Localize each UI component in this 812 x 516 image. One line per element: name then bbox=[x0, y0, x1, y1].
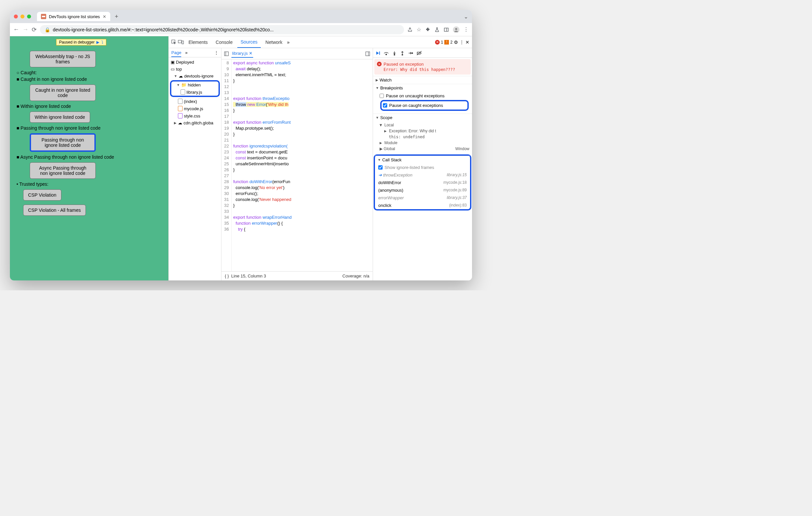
tab-dropdown-icon[interactable]: ⌄ bbox=[464, 13, 468, 20]
window-maximize-icon[interactable] bbox=[27, 14, 31, 19]
deactivate-bp-button[interactable] bbox=[416, 50, 422, 55]
tab-sources[interactable]: Sources bbox=[237, 37, 261, 48]
tree-origin[interactable]: ▼☁devtools-ignore bbox=[169, 72, 221, 80]
pause-caught-checkbox[interactable] bbox=[383, 103, 387, 108]
pause-caught-row[interactable]: Pause on caught exceptions bbox=[383, 102, 466, 109]
tab-elements[interactable]: Elements bbox=[185, 37, 211, 48]
page-subtab[interactable]: Page bbox=[171, 50, 181, 57]
tab-close-icon[interactable]: ✕ bbox=[103, 14, 106, 19]
tree-cdn[interactable]: ▶☁cdn.glitch.globa bbox=[169, 119, 221, 126]
svg-rect-13 bbox=[379, 52, 380, 55]
more-subtabs-icon[interactable]: » bbox=[185, 50, 187, 55]
breakpoints-section[interactable]: ▼Breakpoints bbox=[373, 84, 472, 92]
callstack-frame[interactable]: errorWrapperlibrary.js:37 bbox=[375, 194, 470, 202]
warning-count[interactable]: !2 bbox=[444, 40, 453, 44]
scope-section[interactable]: ▼Scope bbox=[373, 114, 472, 121]
svg-rect-9 bbox=[225, 52, 228, 56]
format-icon[interactable]: { } bbox=[225, 274, 229, 278]
scope-this: this: undefined bbox=[380, 134, 469, 140]
step-icon[interactable]: ⤵ bbox=[102, 40, 103, 44]
callstack-section[interactable]: ▼Call Stack bbox=[375, 156, 470, 164]
debugger-toggle-icon[interactable] bbox=[366, 51, 370, 56]
cloud-icon: ☁ bbox=[178, 120, 182, 125]
show-ignored-row[interactable]: Show ignore-listed frames bbox=[375, 164, 470, 171]
paused-label: Paused in debugger bbox=[59, 40, 94, 44]
pause-uncaught-checkbox[interactable] bbox=[380, 94, 384, 98]
panel-icon[interactable] bbox=[444, 27, 449, 33]
within-ignore-label: Within ignore listed code bbox=[17, 103, 162, 109]
passing-button[interactable]: Passing through non ignore listed code bbox=[30, 133, 96, 152]
tree-style-file[interactable]: style.css bbox=[169, 112, 221, 119]
pause-uncaught-row[interactable]: Pause on uncaught exceptions bbox=[380, 92, 469, 99]
favicon-icon bbox=[41, 14, 46, 19]
callstack-frame[interactable]: (anonymous)mycode.js:89 bbox=[375, 186, 470, 194]
step-over-button[interactable] bbox=[383, 50, 389, 55]
within-ignore-button[interactable]: Within ignore listed code bbox=[30, 112, 90, 123]
csp-violation-button[interactable]: CSP Violation bbox=[23, 189, 61, 201]
page-content: Paused in debugger ▶ ⤵ WebAssembly trap … bbox=[10, 36, 168, 280]
scope-exception[interactable]: ▶ Exception: Error: Why did t bbox=[380, 128, 469, 134]
error-count[interactable]: ✕1 bbox=[435, 40, 443, 44]
browser-tab[interactable]: DevTools ignore list stories ✕ bbox=[37, 12, 110, 21]
caught-non-ignore-button[interactable]: Caught in non ignore listed code bbox=[30, 85, 96, 101]
watch-section[interactable]: ▶Watch bbox=[373, 76, 472, 84]
close-devtools-icon[interactable]: ✕ bbox=[465, 39, 469, 45]
resume-button[interactable] bbox=[376, 50, 380, 55]
step-out-button[interactable] bbox=[400, 50, 405, 55]
tree-hidden-folder[interactable]: ▼📁hidden bbox=[171, 82, 219, 88]
callstack-frame[interactable]: ➔ throwExceptionlibrary.js:15 bbox=[375, 171, 470, 179]
sidebar-toggle-icon[interactable] bbox=[224, 51, 229, 56]
tree-mycode-file[interactable]: mycode.js bbox=[169, 105, 221, 112]
url-input[interactable]: 🔒 devtools-ignore-list-stories.glitch.me… bbox=[40, 25, 404, 34]
resume-icon[interactable]: ▶ bbox=[96, 40, 99, 44]
tab-console[interactable]: Console bbox=[212, 37, 236, 48]
navigator-kebab-icon[interactable]: ⋮ bbox=[214, 50, 219, 55]
tab-network[interactable]: Network bbox=[262, 37, 286, 48]
bookmark-icon[interactable]: ☆ bbox=[416, 26, 421, 33]
labs-icon[interactable] bbox=[434, 27, 440, 33]
tree-library-file[interactable]: library.js bbox=[171, 88, 219, 96]
kebab-icon[interactable]: ⋮ bbox=[460, 39, 464, 45]
extensions-icon[interactable] bbox=[425, 27, 430, 33]
open-file-tab[interactable]: library.js ✕ bbox=[231, 50, 253, 58]
settings-icon[interactable]: ⚙ bbox=[454, 39, 458, 45]
show-ignored-checkbox[interactable] bbox=[378, 165, 383, 170]
svg-rect-8 bbox=[182, 41, 183, 44]
svg-point-17 bbox=[412, 53, 413, 54]
scope-global[interactable]: ▶ GlobalWindow bbox=[380, 146, 469, 152]
tree-deployed[interactable]: ▣Deployed bbox=[169, 59, 221, 66]
window-close-icon[interactable] bbox=[14, 14, 18, 19]
coverage-status: Coverage: n/a bbox=[342, 274, 369, 278]
csp-violation-all-button[interactable]: CSP Violation - All frames bbox=[23, 205, 86, 216]
paused-in-debugger-badge: Paused in debugger ▶ ⤵ bbox=[56, 39, 106, 45]
tree-top[interactable]: ▭top bbox=[169, 66, 221, 72]
share-icon[interactable] bbox=[407, 27, 413, 33]
svg-rect-11 bbox=[366, 52, 370, 56]
tree-index-file[interactable]: (index) bbox=[169, 98, 221, 105]
async-button[interactable]: Async Passing through non ignore listed … bbox=[30, 162, 96, 179]
step-button[interactable] bbox=[408, 50, 413, 55]
step-into-button[interactable] bbox=[392, 50, 397, 55]
webassembly-button[interactable]: WebAssembly trap - no JS frames bbox=[30, 51, 96, 67]
titlebar: DevTools ignore list stories ✕ + ⌄ bbox=[10, 10, 472, 23]
callstack-frame[interactable]: onclick(index):83 bbox=[375, 202, 470, 209]
line-gutter: 8910111213141516171819202122232425262728… bbox=[222, 59, 232, 271]
inspect-icon[interactable] bbox=[171, 39, 177, 45]
url-text: devtools-ignore-list-stories.glitch.me/#… bbox=[53, 27, 273, 32]
callstack-frame[interactable]: doWithErrormycode.js:18 bbox=[375, 179, 470, 186]
more-tabs-icon[interactable]: » bbox=[287, 39, 289, 45]
device-icon[interactable] bbox=[178, 39, 184, 45]
back-button[interactable]: ← bbox=[13, 26, 19, 33]
scope-module[interactable]: ▶ Module bbox=[380, 140, 469, 146]
forward-button: → bbox=[23, 26, 28, 33]
new-tab-button[interactable]: + bbox=[115, 13, 118, 20]
code-editor[interactable]: 8910111213141516171819202122232425262728… bbox=[222, 59, 373, 271]
caught-non-ignore-label: Caught in non ignore listed code bbox=[17, 77, 162, 82]
scope-local[interactable]: ▼ Local bbox=[380, 122, 469, 128]
svg-rect-2 bbox=[444, 28, 448, 31]
reload-button[interactable]: ⟳ bbox=[32, 26, 37, 33]
profile-icon[interactable] bbox=[453, 26, 460, 33]
close-file-icon[interactable]: ✕ bbox=[249, 51, 253, 56]
window-minimize-icon[interactable] bbox=[21, 14, 24, 19]
menu-icon[interactable]: ⋮ bbox=[463, 26, 469, 33]
